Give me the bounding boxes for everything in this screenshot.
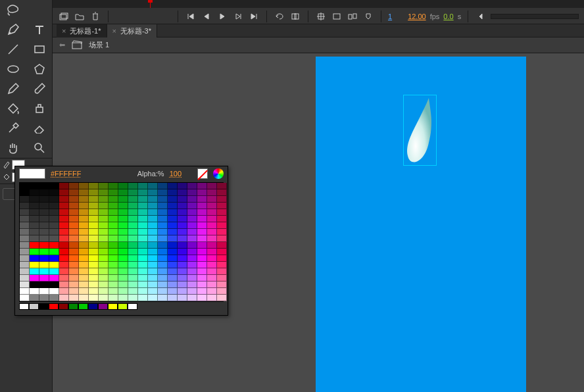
color-swatch[interactable] [118,229,128,235]
color-swatch[interactable] [197,288,207,295]
recent-color-swatch[interactable] [128,303,137,310]
color-swatch[interactable] [128,262,138,268]
color-swatch[interactable] [20,209,30,216]
edit-multiple-icon[interactable] [347,11,358,22]
color-swatch[interactable] [79,196,89,203]
color-swatch[interactable] [217,295,227,301]
color-swatch[interactable] [109,209,118,216]
color-swatch[interactable] [20,268,30,275]
color-swatch[interactable] [148,203,158,209]
color-swatch[interactable] [197,255,207,262]
color-swatch[interactable] [148,183,158,189]
color-swatch[interactable] [89,216,99,222]
color-swatch[interactable] [168,189,178,196]
color-swatch[interactable] [148,196,158,203]
color-swatch[interactable] [128,216,138,222]
color-swatch[interactable] [89,235,99,242]
color-swatch[interactable] [197,268,207,275]
new-layer-icon[interactable] [58,11,70,22]
recent-color-swatch[interactable] [98,303,108,310]
color-swatch[interactable] [158,282,168,288]
color-swatch[interactable] [128,249,138,255]
color-swatch[interactable] [168,242,178,249]
color-swatch[interactable] [178,242,187,249]
color-swatch[interactable] [59,209,69,216]
color-swatch[interactable] [69,235,79,242]
lasso-tool[interactable] [0,0,26,20]
color-swatch[interactable] [118,249,128,255]
eraser-tool[interactable] [26,118,53,138]
color-swatch[interactable] [59,222,69,229]
color-swatch[interactable] [109,183,118,189]
color-swatch[interactable] [99,242,109,249]
color-swatch[interactable] [99,189,109,196]
color-swatch[interactable] [217,282,227,288]
ink-bottle-tool[interactable] [26,99,53,118]
color-swatch[interactable] [207,235,217,242]
color-swatch[interactable] [59,255,69,262]
color-swatch[interactable] [128,229,138,235]
color-swatch[interactable] [168,196,178,203]
color-swatch[interactable] [207,288,217,295]
color-swatch[interactable] [118,216,128,222]
color-swatch[interactable] [20,189,30,196]
color-wheel-icon[interactable] [213,168,224,179]
color-swatch[interactable] [109,295,118,301]
color-swatch[interactable] [39,203,49,209]
color-swatch[interactable] [69,275,79,282]
color-swatch[interactable] [30,183,39,189]
delete-icon[interactable] [89,11,101,22]
color-swatch[interactable] [187,288,197,295]
color-swatch[interactable] [178,183,187,189]
color-swatch[interactable] [79,275,89,282]
color-swatch[interactable] [59,282,69,288]
color-swatch[interactable] [187,242,197,249]
color-swatch[interactable] [79,209,89,216]
color-swatch[interactable] [138,216,148,222]
color-swatch[interactable] [79,222,89,229]
color-swatch[interactable] [168,222,178,229]
color-swatch[interactable] [79,268,89,275]
color-swatch[interactable] [39,183,49,189]
color-swatch[interactable] [207,209,217,216]
color-swatch[interactable] [207,222,217,229]
color-swatch[interactable] [217,255,227,262]
color-swatch[interactable] [128,196,138,203]
color-swatch[interactable] [69,196,79,203]
color-swatch[interactable] [118,275,128,282]
color-swatch[interactable] [30,235,39,242]
color-swatch[interactable] [168,275,178,282]
recent-color-swatch[interactable] [78,303,88,310]
hex-value[interactable]: #FFFFFF [51,170,81,178]
color-swatch[interactable] [30,255,39,262]
color-swatch[interactable] [89,189,99,196]
color-swatch[interactable] [30,209,39,216]
color-swatch[interactable] [59,216,69,222]
color-swatch[interactable] [89,275,99,282]
color-swatch[interactable] [197,229,207,235]
color-swatch[interactable] [39,262,49,268]
color-swatch[interactable] [109,222,118,229]
color-swatch[interactable] [197,262,207,268]
color-swatch[interactable] [197,203,207,209]
recent-color-swatch[interactable] [19,303,29,310]
color-swatch[interactable] [207,282,217,288]
timeline-scrollbar[interactable] [491,14,579,19]
color-swatch[interactable] [187,275,197,282]
color-swatch[interactable] [89,196,99,203]
color-swatch[interactable] [30,189,39,196]
color-swatch[interactable] [138,275,148,282]
color-swatch[interactable] [89,288,99,295]
color-swatch[interactable] [30,203,39,209]
color-swatch[interactable] [197,242,207,249]
color-swatch[interactable] [39,222,49,229]
color-swatch[interactable] [128,242,138,249]
step-forward-icon[interactable] [232,11,244,22]
recent-color-swatch[interactable] [59,303,68,310]
color-swatch[interactable] [158,268,168,275]
color-swatch[interactable] [168,203,178,209]
recent-color-swatch[interactable] [29,303,39,310]
color-swatch[interactable] [207,242,217,249]
color-swatch[interactable] [168,268,178,275]
color-swatch[interactable] [128,203,138,209]
